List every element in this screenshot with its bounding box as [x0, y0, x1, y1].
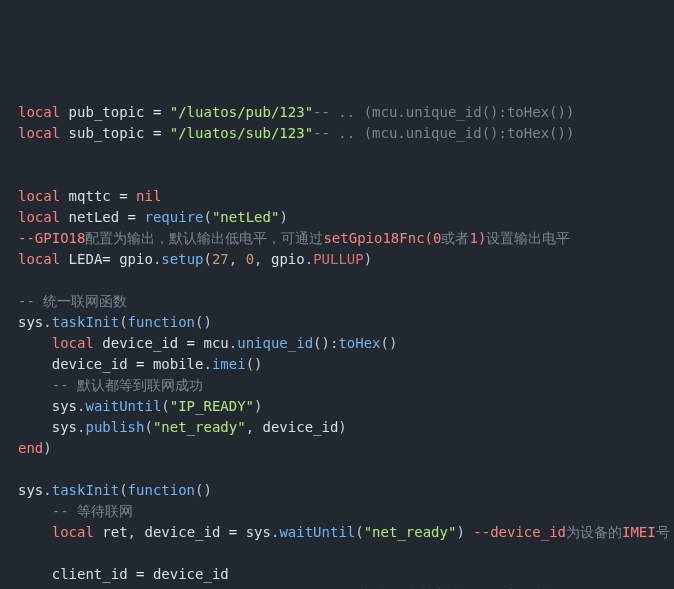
code-line: sys.waitUntil("IP_READY"): [18, 396, 656, 417]
blank-line: [18, 459, 656, 480]
blank-line: [18, 165, 656, 186]
comment-line: -- 等待联网: [18, 501, 656, 522]
code-line: sys.publish("net_ready", device_id): [18, 417, 656, 438]
code-line: local netLed = require("netLed"): [18, 207, 656, 228]
comment-line: --GPIO18配置为输出，默认输出低电平，可通过setGpio18Fnc(0或…: [18, 228, 656, 249]
blank-line: [18, 144, 656, 165]
code-line: sys.taskInit(function(): [18, 312, 656, 333]
code-line: local sub_topic = "/luatos/sub/123"-- ..…: [18, 123, 656, 144]
code-line: local ret, device_id = sys.waitUntil("ne…: [18, 522, 656, 543]
code-line: end): [18, 438, 656, 459]
code-line: local mqttc = nil: [18, 186, 656, 207]
code-line: device_id = mobile.imei(): [18, 354, 656, 375]
code-line: pub_topic = device_id .. "/up" -- 设备发布的主…: [18, 585, 656, 589]
blank-line: [18, 270, 656, 291]
code-line: client_id = device_id: [18, 564, 656, 585]
code-line: local pub_topic = "/luatos/pub/123"-- ..…: [18, 102, 656, 123]
comment-line: -- 默认都等到联网成功: [18, 375, 656, 396]
code-line: sys.taskInit(function(): [18, 480, 656, 501]
comment-line: -- 统一联网函数: [18, 291, 656, 312]
code-line: local LEDA= gpio.setup(27, 0, gpio.PULLU…: [18, 249, 656, 270]
code-editor[interactable]: local pub_topic = "/luatos/pub/123"-- ..…: [18, 102, 656, 589]
blank-line: [18, 543, 656, 564]
code-line: local device_id = mcu.unique_id():toHex(…: [18, 333, 656, 354]
